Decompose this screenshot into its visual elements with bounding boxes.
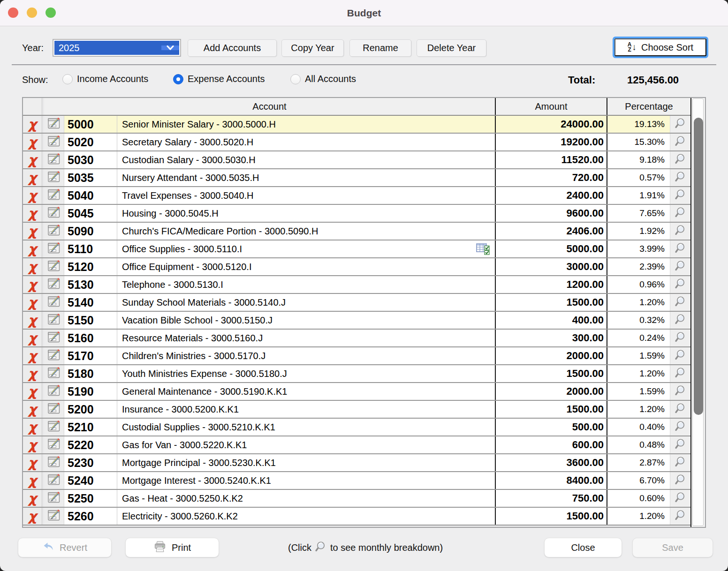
delete-account-button[interactable]: χ: [23, 454, 42, 471]
amount-cell[interactable]: 8400.00: [495, 472, 607, 489]
monthly-breakdown-button[interactable]: [670, 151, 690, 168]
delete-account-button[interactable]: χ: [23, 330, 42, 346]
delete-account-button[interactable]: χ: [23, 383, 42, 400]
edit-account-button[interactable]: [44, 151, 64, 168]
edit-account-button[interactable]: [44, 419, 64, 436]
amount-cell[interactable]: 500.00: [495, 419, 607, 436]
delete-account-button[interactable]: χ: [23, 508, 42, 525]
amount-cell[interactable]: 750.00: [495, 490, 607, 507]
edit-account-button[interactable]: [44, 312, 64, 329]
amount-cell[interactable]: 1500.00: [495, 508, 607, 525]
monthly-breakdown-button[interactable]: [670, 508, 690, 525]
add-accounts-button[interactable]: Add Accounts: [188, 39, 277, 57]
monthly-breakdown-button[interactable]: [670, 205, 690, 222]
delete-account-button[interactable]: χ: [23, 490, 42, 507]
delete-account-button[interactable]: χ: [23, 276, 42, 293]
vertical-scrollbar[interactable]: [690, 98, 705, 527]
edit-account-button[interactable]: [44, 134, 64, 150]
monthly-breakdown-button[interactable]: [670, 383, 690, 400]
monthly-breakdown-button[interactable]: [670, 258, 690, 275]
monthly-breakdown-button[interactable]: [670, 169, 690, 186]
delete-account-button[interactable]: χ: [23, 419, 42, 436]
amount-cell[interactable]: 1200.00: [495, 276, 607, 293]
edit-account-button[interactable]: [44, 187, 64, 204]
choose-sort-button[interactable]: A Z ↓ Choose Sort: [614, 38, 706, 56]
amount-cell[interactable]: 300.00: [495, 330, 607, 346]
close-button[interactable]: Close: [544, 538, 622, 557]
monthly-breakdown-button[interactable]: [670, 330, 690, 346]
monthly-breakdown-button[interactable]: [670, 276, 690, 293]
copy-year-button[interactable]: Copy Year: [281, 39, 344, 57]
delete-account-button[interactable]: χ: [23, 169, 42, 186]
delete-year-button[interactable]: Delete Year: [417, 39, 486, 57]
amount-cell[interactable]: 11520.00: [495, 151, 607, 168]
radio-expense-accounts[interactable]: Expense Accounts: [173, 74, 265, 84]
amount-cell[interactable]: 720.00: [495, 169, 607, 186]
delete-account-button[interactable]: χ: [23, 472, 42, 489]
rename-button[interactable]: Rename: [349, 39, 411, 57]
monthly-breakdown-button[interactable]: [670, 134, 690, 150]
edit-account-button[interactable]: [44, 330, 64, 346]
monthly-breakdown-button[interactable]: [670, 240, 690, 257]
edit-account-button[interactable]: [44, 223, 64, 240]
amount-cell[interactable]: 3600.00: [495, 454, 607, 471]
year-select[interactable]: 2025: [53, 39, 181, 57]
edit-account-button[interactable]: [44, 276, 64, 293]
edit-account-button[interactable]: [44, 294, 64, 311]
print-button[interactable]: Print: [125, 538, 219, 557]
edit-account-button[interactable]: [44, 472, 64, 489]
edit-account-button[interactable]: [44, 383, 64, 400]
amount-cell[interactable]: 1500.00: [495, 365, 607, 382]
edit-account-button[interactable]: [44, 490, 64, 507]
delete-account-button[interactable]: χ: [23, 365, 42, 382]
monthly-breakdown-button[interactable]: [670, 294, 690, 311]
amount-cell[interactable]: 9600.00: [495, 205, 607, 222]
delete-account-button[interactable]: χ: [23, 347, 42, 364]
delete-account-button[interactable]: χ: [23, 312, 42, 329]
edit-account-button[interactable]: [44, 169, 64, 186]
delete-account-button[interactable]: χ: [23, 116, 42, 133]
amount-cell[interactable]: 1500.00: [495, 401, 607, 418]
amount-cell[interactable]: 19200.00: [495, 134, 607, 150]
monthly-breakdown-button[interactable]: [670, 365, 690, 382]
delete-account-button[interactable]: χ: [23, 205, 42, 222]
delete-account-button[interactable]: χ: [23, 401, 42, 418]
scrollbar-track[interactable]: [692, 98, 704, 526]
edit-account-button[interactable]: [44, 454, 64, 471]
delete-account-button[interactable]: χ: [23, 240, 42, 257]
edit-account-button[interactable]: [44, 347, 64, 364]
delete-account-button[interactable]: χ: [23, 187, 42, 204]
delete-account-button[interactable]: χ: [23, 436, 42, 453]
delete-account-button[interactable]: χ: [23, 151, 42, 168]
delete-account-button[interactable]: χ: [23, 294, 42, 311]
radio-income-accounts[interactable]: Income Accounts: [62, 74, 148, 84]
amount-cell[interactable]: 5000.00: [495, 240, 607, 257]
delete-account-button[interactable]: χ: [23, 223, 42, 240]
save-button[interactable]: Save: [632, 538, 713, 557]
monthly-breakdown-button[interactable]: [670, 312, 690, 329]
edit-account-button[interactable]: [44, 508, 64, 525]
monthly-breakdown-button[interactable]: [670, 187, 690, 204]
amount-cell[interactable]: 24000.00: [495, 116, 607, 133]
edit-account-button[interactable]: [44, 436, 64, 453]
amount-cell[interactable]: 400.00: [495, 312, 607, 329]
monthly-breakdown-button[interactable]: [670, 419, 690, 436]
edit-account-button[interactable]: [44, 240, 64, 257]
monthly-breakdown-button[interactable]: [670, 116, 690, 133]
monthly-breakdown-button[interactable]: [670, 490, 690, 507]
monthly-breakdown-button[interactable]: [670, 436, 690, 453]
amount-cell[interactable]: 2000.00: [495, 347, 607, 364]
amount-cell[interactable]: 3000.00: [495, 258, 607, 275]
delete-account-button[interactable]: χ: [23, 258, 42, 275]
delete-account-button[interactable]: χ: [23, 134, 42, 150]
edit-account-button[interactable]: [44, 365, 64, 382]
monthly-breakdown-button[interactable]: [670, 223, 690, 240]
radio-all-accounts[interactable]: All Accounts: [290, 74, 356, 84]
monthly-breakdown-button[interactable]: [670, 347, 690, 364]
edit-account-button[interactable]: [44, 401, 64, 418]
amount-cell[interactable]: 2406.00: [495, 223, 607, 240]
amount-cell[interactable]: 600.00: [495, 436, 607, 453]
amount-cell[interactable]: 2400.00: [495, 187, 607, 204]
edit-account-button[interactable]: [44, 205, 64, 222]
edit-account-button[interactable]: [44, 258, 64, 275]
